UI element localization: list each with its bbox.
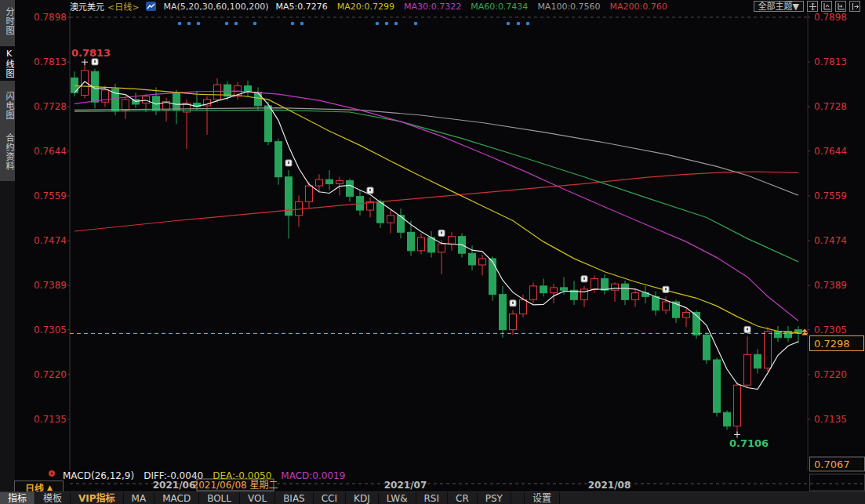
toolbar-item-PSY[interactable]: PSY: [478, 492, 511, 504]
candle: [765, 332, 772, 368]
indicator-toolbar: 指标模板VIP指标MAMACDBOLLVOLBIASCCIKDJLW&RSICR…: [0, 491, 865, 504]
candle: [387, 216, 394, 223]
candle: [326, 179, 333, 183]
news-dot-icon: [253, 22, 257, 26]
toolbar-item-BIAS[interactable]: BIAS: [275, 492, 314, 504]
ma-line-MA100: [75, 108, 798, 196]
candle: [520, 299, 527, 314]
candle: [255, 92, 262, 105]
candle: [775, 332, 782, 338]
candle: [652, 296, 660, 310]
candle: [663, 302, 670, 310]
news-dot-icon: [178, 22, 182, 26]
toolbar-item-指标[interactable]: 指标: [0, 492, 35, 504]
toolbar-item-MACD[interactable]: MACD: [154, 492, 199, 504]
macd-diff-value: DIFF:-0.0040: [144, 470, 203, 481]
candle: [479, 259, 486, 265]
price-arrow-icon: [801, 328, 808, 335]
candle: [632, 293, 639, 300]
macd-dea-value: DEA:-0.0050: [213, 470, 271, 481]
y-tick-right: 0.7220: [814, 369, 847, 380]
candle: [408, 232, 415, 251]
y-tick-right: 0.7813: [814, 56, 847, 67]
axis-bottom-value: 0.7067: [814, 459, 850, 470]
record-dot-icon: [49, 470, 55, 477]
news-dot-icon: [526, 22, 530, 26]
candle: [714, 360, 721, 412]
candle: [724, 412, 731, 426]
x-tick-label: 2021/07: [384, 480, 427, 491]
y-tick-left: 0.7220: [34, 369, 67, 380]
toolbar-item-KDJ[interactable]: KDJ: [346, 492, 379, 504]
toolbar-item-BOLL[interactable]: BOLL: [199, 492, 240, 504]
news-dot-icon: [187, 22, 191, 26]
x-tick-label: 2021/06: [153, 480, 195, 491]
y-tick-left: 0.7898: [34, 12, 67, 23]
candle: [530, 286, 537, 299]
candle: [173, 92, 180, 110]
candle: [622, 284, 629, 299]
candle: [122, 100, 129, 110]
ma-line-MA20: [75, 85, 798, 332]
news-dot-icon: [300, 22, 304, 26]
candle: [347, 180, 354, 196]
candle: [561, 288, 568, 290]
candle: [540, 286, 547, 293]
y-tick-right: 0.7559: [814, 190, 847, 201]
news-dot-icon: [376, 22, 380, 26]
candle: [438, 244, 445, 252]
candle: [602, 278, 609, 290]
y-tick-right: 0.7728: [814, 101, 847, 112]
y-tick-left: 0.7389: [34, 280, 67, 291]
y-tick-left: 0.7813: [34, 56, 67, 67]
ma-line-MA60: [75, 110, 798, 262]
y-tick-right: 0.7644: [814, 146, 847, 157]
ma-line-MA200: [75, 172, 798, 231]
news-dots: [178, 22, 530, 26]
candlestick-chart[interactable]: 0.78980.78980.78130.78130.77280.77280.76…: [0, 0, 865, 504]
toolbar-item-VIP指标[interactable]: VIP指标: [71, 492, 124, 504]
y-tick-right: 0.7389: [814, 280, 847, 291]
candle: [591, 278, 598, 288]
y-tick-right: 0.7898: [814, 12, 847, 23]
toolbar-item-MA[interactable]: MA: [124, 492, 155, 504]
news-dot-icon: [234, 22, 238, 26]
toolbar-item-设置[interactable]: 设置: [524, 492, 560, 504]
toolbar-item-模板[interactable]: 模板: [35, 492, 71, 504]
y-tick-left: 0.7474: [34, 235, 67, 246]
news-dot-icon: [517, 22, 521, 26]
y-tick-right: 0.7305: [814, 325, 847, 335]
toolbar-item-CCI[interactable]: CCI: [314, 492, 346, 504]
ma-line-MA5: [75, 82, 798, 390]
toolbar-item-RSI[interactable]: RSI: [416, 492, 449, 504]
candle: [306, 186, 313, 201]
y-tick-left: 0.7135: [34, 414, 67, 425]
news-dot-icon: [197, 22, 201, 26]
toolbar-item-VOL[interactable]: VOL: [240, 492, 275, 504]
candle: [214, 85, 221, 100]
news-dot-icon: [394, 22, 398, 26]
candle: [703, 335, 711, 360]
candles: [71, 62, 802, 434]
y-tick-left: 0.7644: [34, 146, 67, 157]
candle: [428, 237, 435, 252]
candle: [612, 284, 619, 290]
candle: [510, 314, 517, 330]
toolbar-item-CR[interactable]: CR: [448, 492, 478, 504]
candle: [734, 385, 741, 426]
macd-status-row: MACD(26,12,9) DIFF:-0.0040 DEA:-0.0050 M…: [63, 470, 345, 481]
candle: [744, 354, 751, 385]
y-axis-labels: 0.78980.78980.78130.78130.77280.77280.76…: [34, 12, 847, 425]
candle: [500, 295, 507, 330]
candle: [449, 237, 456, 244]
macd-params: MACD(26,12,9): [63, 470, 134, 481]
toolbar-item-LW&[interactable]: LW&: [379, 492, 416, 504]
candle: [336, 180, 343, 183]
candle: [265, 106, 272, 142]
ma-line-MA30: [75, 91, 798, 321]
y-tick-right: 0.7474: [814, 235, 847, 246]
x-tick-label: 2021/08: [588, 480, 631, 491]
candle: [296, 201, 303, 215]
candle: [275, 142, 282, 177]
candle: [377, 201, 384, 223]
